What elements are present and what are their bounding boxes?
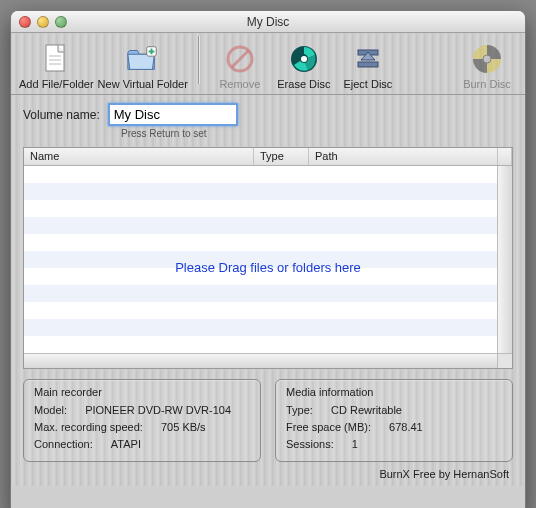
footer-credit: BurnX Free by HernanSoft bbox=[23, 468, 513, 480]
app-window: My Disc Add File/Folder bbox=[10, 10, 526, 508]
connection-value: ATAPI bbox=[111, 436, 141, 453]
panel-title: Media information bbox=[286, 386, 502, 398]
free-space-value: 678.41 bbox=[389, 419, 423, 436]
scrollbar-horizontal[interactable] bbox=[24, 353, 497, 368]
svg-point-10 bbox=[301, 56, 307, 62]
svg-point-15 bbox=[483, 55, 491, 63]
sessions-label: Sessions: bbox=[286, 436, 334, 453]
sessions-value: 1 bbox=[352, 436, 358, 453]
scrollbar-vertical[interactable] bbox=[497, 166, 512, 353]
model-value: PIONEER DVD-RW DVR-104 bbox=[85, 402, 231, 419]
svg-line-8 bbox=[232, 51, 248, 67]
window-controls bbox=[19, 16, 67, 28]
close-icon[interactable] bbox=[19, 16, 31, 28]
file-table: Name Type Path Please Drag files or fold… bbox=[23, 147, 513, 369]
burn-disc-button: Burn Disc bbox=[457, 42, 517, 90]
column-header-name[interactable]: Name bbox=[24, 148, 254, 165]
window-title: My Disc bbox=[11, 15, 525, 29]
toolbar-label: Burn Disc bbox=[463, 78, 511, 90]
titlebar[interactable]: My Disc bbox=[11, 11, 525, 33]
toolbar-label: Remove bbox=[219, 78, 260, 90]
toolbar-label: Add File/Folder bbox=[19, 78, 94, 90]
speed-label: Max. recording speed: bbox=[34, 419, 143, 436]
folder-plus-icon bbox=[126, 42, 160, 76]
svg-rect-12 bbox=[358, 62, 378, 67]
type-label: Type: bbox=[286, 402, 313, 419]
toolbar-separator bbox=[198, 36, 200, 84]
free-space-label: Free space (MB): bbox=[286, 419, 371, 436]
new-virtual-folder-button[interactable]: New Virtual Folder bbox=[98, 42, 188, 90]
drop-hint: Please Drag files or folders here bbox=[24, 260, 512, 275]
add-file-folder-button[interactable]: Add File/Folder bbox=[19, 42, 94, 90]
erase-disc-button[interactable]: Erase Disc bbox=[274, 42, 334, 90]
model-label: Model: bbox=[34, 402, 67, 419]
toolbar-label: Eject Disc bbox=[343, 78, 392, 90]
burn-icon bbox=[470, 42, 504, 76]
erase-disc-icon bbox=[287, 42, 321, 76]
volume-name-input[interactable] bbox=[108, 103, 238, 126]
toolbar: Add File/Folder New Virtual Folder bbox=[11, 33, 525, 95]
eject-icon bbox=[351, 42, 385, 76]
eject-disc-button[interactable]: Eject Disc bbox=[338, 42, 398, 90]
volume-name-row: Volume name: bbox=[23, 103, 513, 126]
volume-name-hint: Press Return to set bbox=[121, 128, 513, 139]
table-body[interactable]: Please Drag files or folders here bbox=[24, 166, 512, 368]
column-header-path[interactable]: Path bbox=[309, 148, 498, 165]
media-info-panel: Media information Type: CD Rewritable Fr… bbox=[275, 379, 513, 462]
type-value: CD Rewritable bbox=[331, 402, 402, 419]
content-area: Volume name: Press Return to set Name Ty… bbox=[11, 95, 525, 486]
info-panels: Main recorder Model: PIONEER DVD-RW DVR-… bbox=[23, 379, 513, 462]
remove-button: Remove bbox=[210, 42, 270, 90]
panel-title: Main recorder bbox=[34, 386, 250, 398]
main-recorder-panel: Main recorder Model: PIONEER DVD-RW DVR-… bbox=[23, 379, 261, 462]
prohibited-icon bbox=[223, 42, 257, 76]
connection-label: Connection: bbox=[34, 436, 93, 453]
document-icon bbox=[39, 42, 73, 76]
column-header-end bbox=[498, 148, 512, 165]
toolbar-label: New Virtual Folder bbox=[98, 78, 188, 90]
table-header: Name Type Path bbox=[24, 148, 512, 166]
column-header-type[interactable]: Type bbox=[254, 148, 309, 165]
volume-name-label: Volume name: bbox=[23, 108, 100, 122]
speed-value: 705 KB/s bbox=[161, 419, 206, 436]
toolbar-label: Erase Disc bbox=[277, 78, 330, 90]
scroll-corner bbox=[497, 353, 512, 368]
zoom-icon[interactable] bbox=[55, 16, 67, 28]
minimize-icon[interactable] bbox=[37, 16, 49, 28]
